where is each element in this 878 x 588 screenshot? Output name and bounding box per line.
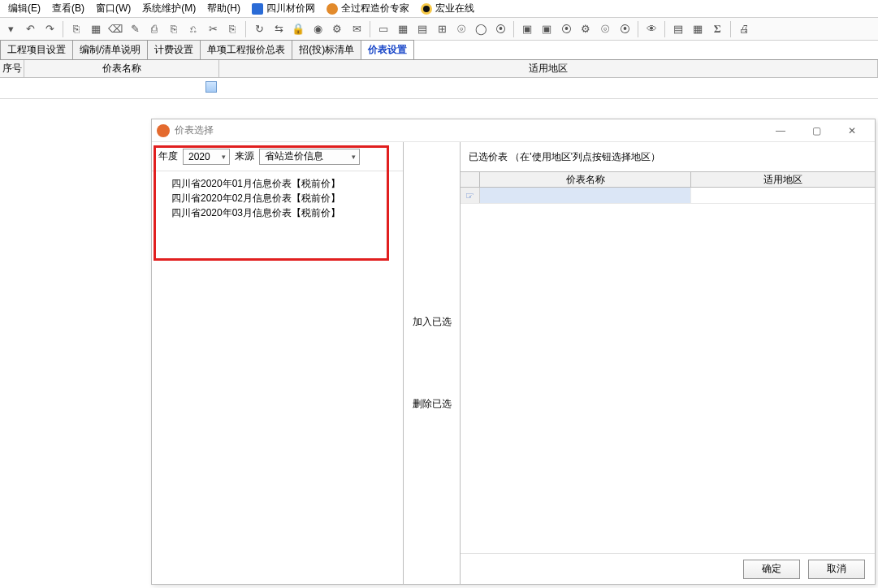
toolbar-button-24[interactable]: ⊞	[433, 20, 451, 38]
chevron-down-icon: ▾	[352, 153, 356, 161]
selected-caption: 已选价表 （在'使用地区'列点按钮选择地区）	[461, 142, 875, 171]
toolbar-button-39[interactable]: ▦	[689, 20, 707, 38]
grid-cell-indicator[interactable]	[205, 81, 217, 93]
menu-edit[interactable]: 编辑(E)	[3, 0, 45, 17]
toolbar-button-22[interactable]: ▦	[394, 20, 412, 38]
maximize-button[interactable]: ▢	[798, 120, 834, 141]
dialog-titlebar[interactable]: 价表选择 — ▢ ✕	[152, 119, 875, 142]
cancel-button[interactable]: 取消	[808, 560, 865, 579]
tabrow: 工程项目设置编制/清单说明计费设置单项工程报价总表招(投)标清单价表设置	[0, 41, 878, 60]
source-value: 省站造价信息	[265, 149, 323, 163]
tab-2[interactable]: 计费设置	[147, 40, 201, 59]
toolbar-button-14[interactable]: ↻	[250, 20, 268, 38]
source-panel: 年度 2020 ▾ 来源 省站造价信息 ▾ 四川省2020年01月信息价表【税前…	[152, 142, 404, 584]
toolbar-button-10[interactable]: ⎌	[184, 20, 202, 38]
source-item-0[interactable]: 四川省2020年01月信息价表【税前价】	[171, 176, 403, 191]
toolbar-button-5[interactable]: ▦	[87, 20, 105, 38]
toolbar-button-29[interactable]: ▣	[518, 20, 536, 38]
toolbar-button-9[interactable]: ⎘	[165, 20, 183, 38]
ext-label: 宏业在线	[435, 2, 474, 15]
close-button[interactable]: ✕	[834, 120, 870, 141]
toolbar-button-19[interactable]: ✉	[348, 20, 365, 38]
source-combo[interactable]: 省站造价信息 ▾	[259, 149, 360, 165]
toolbar-button-25[interactable]: ⦾	[452, 20, 470, 38]
menu-view[interactable]: 查看(B)	[47, 0, 89, 17]
toolbar-button-7[interactable]: ✎	[126, 20, 144, 38]
selected-header-handle	[461, 172, 480, 187]
selected-row-region[interactable]	[691, 188, 875, 203]
toolbar-separator	[664, 21, 665, 37]
selected-row[interactable]: ☞	[461, 188, 875, 204]
menubar: 编辑(E) 查看(B) 窗口(W) 系统维护(M) 帮助(H) 四川材价网 全过…	[0, 0, 878, 18]
tab-1[interactable]: 编制/清单说明	[72, 40, 148, 59]
toolbar-button-27[interactable]: ⦿	[491, 20, 509, 38]
toolbar-separator	[730, 21, 731, 37]
toolbar-separator	[63, 21, 63, 37]
toolbar-button-31[interactable]: ⦿	[557, 20, 575, 38]
main-grid-body	[0, 78, 878, 99]
menu-window[interactable]: 窗口(W)	[91, 0, 136, 17]
tab-3[interactable]: 单项工程报价总表	[200, 40, 292, 59]
grid-header-serial[interactable]: 序号	[0, 60, 24, 77]
tab-5[interactable]: 价表设置	[361, 40, 414, 59]
toolbar-button-16[interactable]: 🔒	[289, 20, 307, 38]
toolbar-button-40[interactable]: 𝚺	[708, 20, 726, 38]
ext-label: 全过程造价专家	[341, 2, 409, 15]
ok-button[interactable]: 确定	[743, 560, 800, 579]
ext-link-zjzj[interactable]: 全过程造价专家	[322, 0, 414, 17]
toolbar-button-26[interactable]: ◯	[472, 20, 490, 38]
minimize-button[interactable]: —	[763, 120, 798, 141]
selected-grid-body[interactable]: ☞	[461, 188, 875, 553]
tab-0[interactable]: 工程项目设置	[0, 40, 73, 59]
toolbar-separator	[638, 21, 638, 37]
toolbar-button-8[interactable]: ⎙	[145, 20, 163, 38]
selected-panel: 已选价表 （在'使用地区'列点按钮选择地区） 价表名称 适用地区 ☞ 确定 取消	[461, 142, 875, 584]
toolbar-button-17[interactable]: ◉	[309, 20, 327, 38]
ext-link-hy[interactable]: 宏业在线	[416, 0, 479, 17]
tab-4[interactable]: 招(投)标清单	[292, 40, 361, 59]
toolbar-button-30[interactable]: ▣	[538, 20, 556, 38]
toolbar-button-6[interactable]: ⌫	[106, 20, 124, 38]
toolbar-button-42[interactable]: 🖨	[735, 20, 753, 38]
toolbar-button-34[interactable]: ⦿	[616, 20, 634, 38]
toolbar-button-11[interactable]: ✂	[204, 20, 222, 38]
toolbar-button-18[interactable]: ⚙	[328, 20, 346, 38]
ext-link-sccj[interactable]: 四川材价网	[247, 0, 320, 17]
ext-label: 四川材价网	[266, 2, 315, 15]
toolbar-button-15[interactable]: ⇆	[270, 20, 288, 38]
selected-row-name[interactable]	[480, 188, 691, 203]
grid-header-name[interactable]: 价表名称	[24, 60, 219, 77]
ext-icon-s	[252, 3, 263, 15]
toolbar-button-38[interactable]: ▤	[669, 20, 687, 38]
source-list[interactable]: 四川省2020年01月信息价表【税前价】四川省2020年02月信息价表【税前价】…	[152, 171, 403, 584]
dialog-sysbuttons: — ▢ ✕	[763, 120, 870, 141]
add-to-selected-button[interactable]: 加入已选	[409, 313, 456, 331]
dialog-footer: 确定 取消	[461, 553, 875, 584]
price-table-dialog: 价表选择 — ▢ ✕ 年度 2020 ▾ 来源 省站造价信息 ▾ 四川省2020	[151, 119, 876, 585]
menu-help[interactable]: 帮助(H)	[202, 0, 245, 17]
menu-maint[interactable]: 系统维护(M)	[137, 0, 201, 17]
toolbar-button-0[interactable]: ▾	[2, 20, 19, 38]
selected-grid-header: 价表名称 适用地区	[461, 171, 875, 188]
dialog-icon	[157, 124, 170, 137]
toolbar-button-23[interactable]: ▤	[413, 20, 431, 38]
toolbar: ▾↶↷⎘▦⌫✎⎙⎘⎌✂⎘↻⇆🔒◉⚙✉▭▦▤⊞⦾◯⦿▣▣⦿⚙⦾⦿👁▤▦𝚺🖨	[0, 18, 878, 41]
year-combo[interactable]: 2020 ▾	[183, 149, 230, 165]
toolbar-button-12[interactable]: ⎘	[223, 20, 241, 38]
toolbar-button-36[interactable]: 👁	[642, 20, 660, 38]
dialog-body: 年度 2020 ▾ 来源 省站造价信息 ▾ 四川省2020年01月信息价表【税前…	[152, 142, 875, 584]
toolbar-button-4[interactable]: ⎘	[67, 20, 85, 38]
source-item-1[interactable]: 四川省2020年02月信息价表【税前价】	[171, 191, 403, 205]
toolbar-button-1[interactable]: ↶	[21, 20, 39, 38]
toolbar-button-33[interactable]: ⦾	[596, 20, 614, 38]
toolbar-button-32[interactable]: ⚙	[577, 20, 595, 38]
chevron-down-icon: ▾	[222, 153, 226, 161]
toolbar-button-21[interactable]: ▭	[374, 20, 392, 38]
source-item-2[interactable]: 四川省2020年03月信息价表【税前价】	[171, 205, 403, 220]
grid-header-region[interactable]: 适用地区	[219, 60, 878, 77]
selected-header-region[interactable]: 适用地区	[691, 172, 875, 187]
remove-from-selected-button[interactable]: 删除已选	[409, 396, 456, 413]
toolbar-button-2[interactable]: ↷	[41, 20, 58, 38]
selected-header-name[interactable]: 价表名称	[480, 172, 691, 187]
ext-icon-o	[327, 3, 338, 15]
